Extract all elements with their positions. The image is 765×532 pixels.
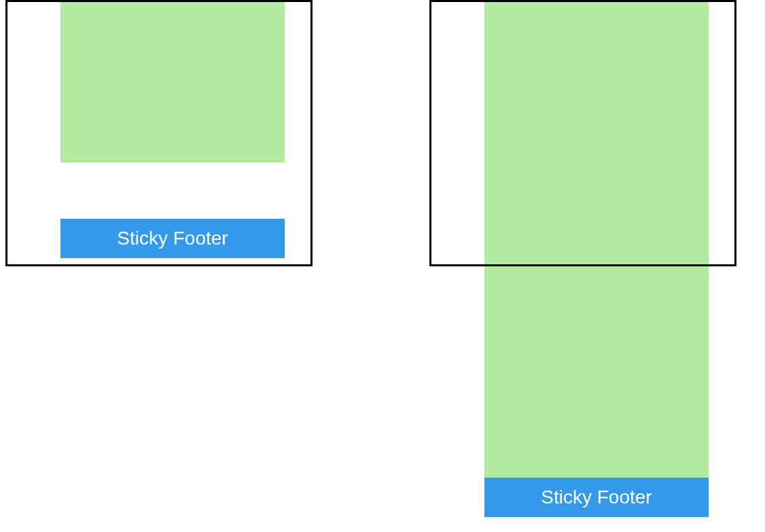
sticky-footer-right: Sticky Footer — [484, 478, 709, 517]
footer-label-left: Sticky Footer — [117, 228, 228, 249]
content-area-left — [60, 2, 285, 162]
content-area-right — [484, 2, 709, 478]
sticky-footer-left: Sticky Footer — [60, 219, 285, 258]
footer-label-right: Sticky Footer — [541, 486, 652, 508]
